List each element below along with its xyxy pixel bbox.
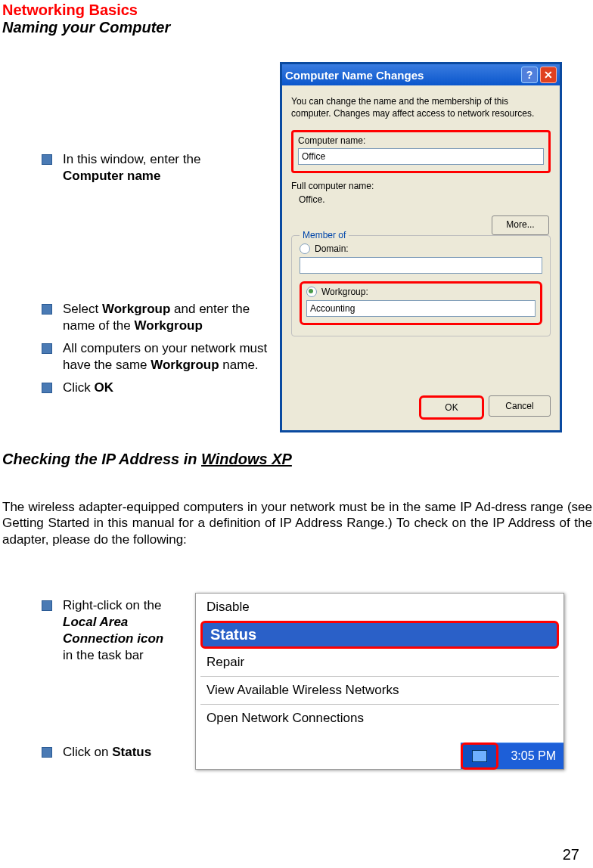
menu-open-connections[interactable]: Open Network Connections bbox=[196, 705, 564, 732]
computer-name-input[interactable] bbox=[298, 148, 544, 165]
section2-paragraph: The wireless adapter-equipped computers … bbox=[2, 499, 592, 547]
instruction-2: Select Workgroup and enter the name of t… bbox=[42, 301, 276, 334]
page-title: Networking Basics bbox=[2, 2, 593, 19]
domain-label: Domain: bbox=[315, 243, 349, 254]
workgroup-label: Workgroup: bbox=[321, 287, 368, 297]
domain-radio[interactable] bbox=[300, 243, 310, 254]
full-computer-name-value: Office. bbox=[299, 194, 551, 205]
clock-time: 3:05 PM bbox=[503, 749, 564, 763]
computer-name-highlight: Computer name: bbox=[291, 130, 551, 173]
computer-name-dialog: Computer Name Changes ? ✕ You can change… bbox=[280, 62, 562, 432]
ok-button[interactable]: OK bbox=[419, 395, 484, 420]
bullet-icon bbox=[42, 600, 52, 611]
full-computer-name-label: Full computer name: bbox=[291, 181, 551, 191]
workgroup-radio[interactable] bbox=[306, 287, 317, 297]
close-icon[interactable]: ✕ bbox=[540, 67, 557, 83]
page-subtitle: Naming your Computer bbox=[2, 19, 593, 36]
member-of-title: Member of bbox=[300, 230, 349, 240]
bullet-icon bbox=[42, 304, 52, 315]
bullet-icon bbox=[42, 343, 52, 354]
menu-view-wireless[interactable]: View Available Wireless Networks bbox=[196, 677, 564, 704]
member-of-group: Member of Domain: Workgroup: bbox=[291, 235, 551, 336]
cancel-button[interactable]: Cancel bbox=[489, 395, 551, 417]
workgroup-input[interactable] bbox=[306, 300, 536, 317]
section2-title: Checking the IP Address in Windows XP bbox=[2, 451, 292, 468]
menu-status[interactable]: Status bbox=[200, 621, 559, 649]
help-icon[interactable]: ? bbox=[521, 67, 538, 83]
workgroup-highlight: Workgroup: bbox=[300, 281, 542, 325]
dialog-description: You can change the name and the membersh… bbox=[291, 96, 551, 119]
instruction-3: All computers on your network must have … bbox=[42, 340, 276, 374]
instruction-4: Click OK bbox=[42, 380, 276, 396]
bullet-icon bbox=[42, 747, 52, 758]
instruction-1: In this window, enter the Computer name bbox=[42, 151, 269, 184]
more-button[interactable]: More... bbox=[492, 215, 549, 235]
bullet-icon bbox=[42, 383, 52, 393]
menu-repair[interactable]: Repair bbox=[196, 649, 564, 676]
menu-disable[interactable]: Disable bbox=[196, 594, 564, 621]
dialog-title-text: Computer Name Changes bbox=[285, 69, 424, 82]
network-tray-icon-highlight bbox=[461, 742, 498, 770]
system-tray: 3:05 PM bbox=[461, 742, 564, 769]
computer-name-label: Computer name: bbox=[298, 135, 544, 146]
bullet-icon bbox=[42, 154, 52, 165]
dialog-titlebar: Computer Name Changes ? ✕ bbox=[282, 64, 560, 85]
context-menu: Disable Status Repair View Available Wir… bbox=[195, 593, 564, 770]
instruction-status: Click on Status bbox=[42, 744, 193, 761]
domain-input bbox=[300, 257, 542, 274]
network-icon[interactable] bbox=[472, 750, 487, 762]
page-number: 27 bbox=[563, 846, 579, 863]
instruction-rightclick: Right-click on the Local Area Connection… bbox=[42, 597, 189, 664]
